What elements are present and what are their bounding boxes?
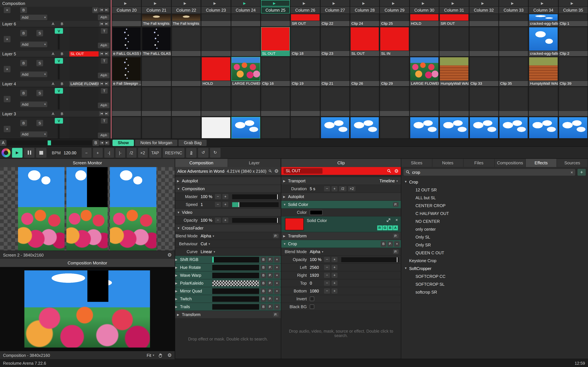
column-header[interactable]: Column 21	[142, 7, 171, 13]
clip-name-label[interactable]: Clip 24	[350, 21, 379, 26]
clip-name-label[interactable]	[499, 111, 528, 116]
layer-blend-mode-button[interactable]: Alph	[98, 73, 110, 78]
clip-cell[interactable]	[201, 117, 231, 139]
bypass-button[interactable]: B	[381, 241, 386, 247]
crossfader-handle[interactable]	[48, 140, 51, 145]
column-play-button[interactable]: ▶	[142, 0, 171, 6]
column-play-button[interactable]: ▶	[529, 0, 558, 6]
column-play-button[interactable]: ▶	[261, 0, 290, 6]
clip-cell[interactable]	[380, 27, 409, 51]
collapsed-triangle-icon[interactable]: ▶	[283, 179, 288, 183]
clip-name-label[interactable]	[201, 111, 231, 116]
params-button[interactable]: P.	[393, 234, 399, 238]
clip-name-label[interactable]: Clip 18	[291, 51, 320, 56]
clip-cell[interactable]	[559, 14, 588, 21]
clip-cell[interactable]	[499, 27, 528, 51]
clip-cell[interactable]	[201, 57, 231, 81]
params-button[interactable]: P.	[268, 288, 273, 294]
increment-button[interactable]: +	[332, 281, 338, 286]
layer-solo-button[interactable]: S	[36, 60, 43, 66]
next-clip-button[interactable]: ▶|	[104, 81, 109, 86]
remove-button[interactable]: ×	[394, 241, 400, 247]
clip-name-label[interactable]	[440, 51, 468, 56]
layer-solo-button[interactable]: S	[36, 120, 43, 126]
collapse-triangle-icon[interactable]: ▼	[404, 267, 409, 270]
clip-cell[interactable]	[261, 14, 290, 21]
bypass-button[interactable]: B	[261, 273, 266, 278]
effects-tree-preset[interactable]: SOFTCROP CC	[401, 272, 588, 280]
layer-bypass-button[interactable]: B	[20, 90, 27, 96]
clip-cell[interactable]	[410, 14, 439, 21]
clip-cell[interactable]	[291, 57, 320, 81]
behaviour-dropdown[interactable]: Cut▾	[201, 242, 215, 246]
clip-cell[interactable]	[231, 14, 260, 21]
column-play-button[interactable]: ▶	[291, 0, 320, 6]
clip-cell[interactable]	[320, 27, 349, 51]
clip-cell[interactable]	[201, 14, 231, 21]
column-header[interactable]: Column 24	[231, 7, 260, 13]
effects-tree-preset[interactable]: only center	[401, 225, 588, 233]
clip-cell[interactable]	[172, 27, 201, 51]
column-play-button[interactable]: ▶	[499, 0, 528, 6]
gear-icon[interactable]: ⚙	[274, 169, 279, 174]
section-label[interactable]: Transform	[182, 312, 201, 317]
clip-name-label[interactable]: HumptyWall WAL...	[440, 81, 468, 86]
clip-name-label[interactable]: SR OUT	[440, 21, 468, 26]
layer-blend-mode-button[interactable]: Alph	[98, 103, 110, 108]
clip-name-label[interactable]: LARGE FLOWERS	[231, 81, 260, 86]
next-deck-button[interactable]: ▶|	[105, 140, 110, 145]
clip-name-label[interactable]: Clip 21	[320, 81, 349, 86]
clip-cell[interactable]	[172, 57, 201, 81]
effects-tree-preset[interactable]: CENTER CROP	[401, 201, 588, 209]
effect-row[interactable]: ▶Shift RGBBP.×	[175, 256, 281, 264]
clip-cell[interactable]	[380, 14, 409, 21]
clip-cell[interactable]	[142, 14, 171, 21]
layer-blend-mode-button[interactable]: Alph	[98, 43, 110, 48]
bpm-double-button[interactable]: ×2	[138, 148, 147, 158]
next-clip-button[interactable]: ▶|	[104, 21, 109, 26]
opacity-slider[interactable]	[232, 218, 279, 223]
prev-clip-button[interactable]: |◀	[99, 21, 104, 26]
layer-blend-mode-button[interactable]: Alph	[98, 133, 110, 138]
collapsed-triangle-icon[interactable]: ▶	[175, 297, 180, 301]
clip-cell[interactable]	[291, 27, 320, 51]
layer-transition-button[interactable]: T	[101, 118, 108, 124]
effects-tree-preset[interactable]: softcrop SR	[401, 288, 588, 296]
increment-button[interactable]: +	[332, 288, 338, 294]
clip-cell[interactable]	[529, 57, 558, 81]
clip-cell[interactable]	[320, 57, 349, 81]
clip-name-label[interactable]	[201, 51, 231, 56]
params-button[interactable]: P.	[268, 265, 273, 270]
active-clip-name[interactable]: SL OUT	[69, 51, 99, 57]
clip-cell[interactable]	[172, 14, 201, 21]
effect-slider[interactable]	[212, 288, 259, 294]
expanded-triangle-icon[interactable]: ▼	[177, 187, 182, 191]
decrement-button[interactable]: −	[324, 257, 330, 262]
layer-name[interactable]: Layer 6	[2, 21, 16, 26]
clip-name-label[interactable]: The Fall knights	[142, 21, 171, 26]
clip-name-label[interactable]: Clip 35	[499, 81, 528, 86]
clip-cell[interactable]	[380, 117, 409, 139]
layer-add-dropdown[interactable]: Add▾	[20, 42, 47, 47]
composition-eject-button[interactable]: ×	[4, 7, 10, 13]
params-button[interactable]: P.	[268, 296, 273, 302]
column-header[interactable]: Column 23	[201, 7, 231, 13]
increment-button[interactable]: +	[332, 257, 338, 262]
crossfader-assign-a-button[interactable]: A	[52, 21, 54, 26]
column-play-button[interactable]: ▶	[172, 0, 201, 6]
clip-name-label[interactable]	[469, 51, 498, 56]
clip-cell[interactable]	[112, 14, 141, 21]
beat-nudge-down-button[interactable]: -|	[104, 148, 114, 158]
clip-cell[interactable]	[499, 14, 528, 21]
speed-slider[interactable]	[232, 202, 279, 207]
effects-tree-preset[interactable]: ALL but SL	[401, 194, 588, 201]
clip-cell[interactable]	[350, 87, 379, 111]
clip-cell[interactable]	[201, 27, 231, 51]
clip-cell[interactable]	[291, 87, 320, 111]
clip-name-label[interactable]: Clip 2	[559, 51, 588, 56]
crop-bottom-value[interactable]: 1080	[310, 289, 324, 293]
decrement-button[interactable]: −	[324, 273, 330, 278]
effect-slider[interactable]	[212, 280, 259, 286]
expand-icon[interactable]	[387, 218, 390, 222]
fit-dropdown[interactable]: Fit▾	[147, 353, 154, 357]
